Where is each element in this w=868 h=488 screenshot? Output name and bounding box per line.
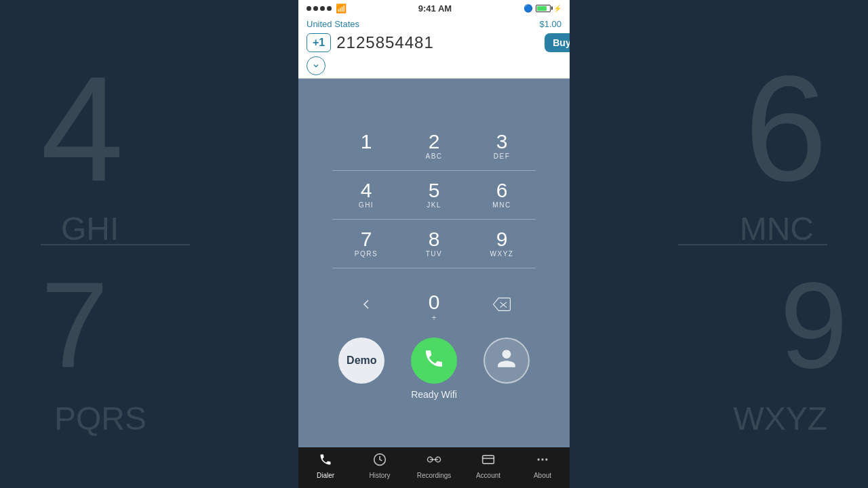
- key-4[interactable]: 4 GHI: [332, 171, 400, 220]
- key-4-number: 4: [361, 179, 372, 201]
- country-name: United States: [307, 19, 359, 29]
- tab-recordings[interactable]: Recordings: [414, 453, 454, 479]
- signal-area: 📶: [307, 3, 347, 14]
- key-1[interactable]: 1: [332, 122, 400, 171]
- wifi-icon: 📶: [336, 3, 347, 14]
- call-phone-icon: [423, 348, 445, 374]
- key-6-number: 6: [496, 179, 508, 201]
- buy-button[interactable]: Buy: [545, 33, 570, 52]
- key-0[interactable]: 0 +: [400, 282, 468, 331]
- status-time: 9:41 AM: [418, 3, 452, 14]
- key-5[interactable]: 5 JKL: [400, 171, 468, 220]
- bg-sub-wxyz: WXYZ: [733, 400, 827, 437]
- key-6[interactable]: 6 MNC: [468, 171, 536, 220]
- key-4-letters: GHI: [359, 201, 374, 211]
- bg-divider-right: [678, 244, 827, 245]
- svg-point-12: [545, 458, 547, 460]
- action-row: Demo: [312, 331, 556, 384]
- header-bottom: +1 Buy: [307, 32, 561, 54]
- bg-divider-left: [41, 244, 190, 245]
- tab-bar: Dialer History Recordings: [298, 447, 570, 488]
- key-5-letters: JKL: [427, 201, 441, 211]
- bg-sub-pqrs: PQRS: [54, 400, 146, 437]
- key-8-number: 8: [429, 228, 440, 250]
- bottom-row: 0 +: [332, 282, 536, 331]
- key-8-letters: TUV: [426, 250, 443, 260]
- account-tab-label: Account: [476, 472, 500, 479]
- history-tab-icon: [373, 453, 387, 470]
- dialer-tab-icon: [319, 453, 332, 470]
- back-arrow-icon: [358, 296, 374, 316]
- key-6-letters: MNC: [492, 201, 511, 211]
- signal-dot-2: [313, 6, 318, 11]
- bg-panel-left: 4 GHI 7 PQRS: [0, 0, 298, 488]
- contacts-person-icon: [496, 348, 517, 374]
- tab-dialer[interactable]: Dialer: [305, 453, 346, 479]
- key-1-letters: [365, 152, 368, 162]
- bluetooth-icon: 🔵: [524, 4, 533, 13]
- key-2-letters: ABC: [425, 152, 442, 162]
- dialer-tab-label: Dialer: [317, 472, 334, 479]
- bg-digit-left: 4: [41, 54, 123, 203]
- bg-digit-7: 7: [41, 264, 108, 386]
- key-2[interactable]: 2 ABC: [400, 122, 468, 171]
- key-3-letters: DEF: [494, 152, 511, 162]
- signal-dot-3: [320, 6, 325, 11]
- about-tab-icon: [536, 453, 549, 470]
- key-0-plus: +: [431, 313, 436, 323]
- svg-point-10: [538, 458, 540, 460]
- dial-grid: 1 2 ABC 3 DEF 4 GHI 5 JKL 6 MNC: [332, 122, 536, 268]
- phone-frame: 📶 9:41 AM 🔵 ⚡ United States $1.00 +1 Buy: [298, 0, 570, 488]
- chevron-row: [307, 56, 561, 75]
- svg-point-11: [541, 458, 543, 460]
- call-button[interactable]: [411, 338, 457, 384]
- ready-status: Ready Wifi: [411, 384, 457, 404]
- key-9-number: 9: [496, 228, 508, 250]
- bg-sub-left: GHI: [61, 210, 119, 247]
- tab-history[interactable]: History: [359, 453, 400, 479]
- key-8[interactable]: 8 TUV: [400, 220, 468, 268]
- recordings-tab-icon: [427, 453, 441, 470]
- key-7-letters: PQRS: [355, 250, 378, 260]
- key-3[interactable]: 3 DEF: [468, 122, 536, 171]
- svg-rect-8: [483, 455, 494, 464]
- history-tab-label: History: [369, 472, 390, 479]
- signal-dot-4: [327, 6, 332, 11]
- phone-number-input[interactable]: [336, 33, 539, 52]
- contacts-button[interactable]: [484, 338, 530, 384]
- dialpad: 1 2 ABC 3 DEF 4 GHI 5 JKL 6 MNC: [298, 79, 570, 447]
- app-header: United States $1.00 +1 Buy: [298, 16, 570, 79]
- demo-button[interactable]: Demo: [338, 338, 384, 384]
- key-1-number: 1: [361, 130, 372, 152]
- key-0-number: 0: [429, 291, 440, 313]
- key-7[interactable]: 7 PQRS: [332, 220, 400, 268]
- chevron-down-button[interactable]: [307, 56, 326, 75]
- bg-panel-right: 6 MNC 9 WXYZ: [570, 0, 868, 488]
- delete-key[interactable]: [468, 282, 536, 331]
- back-key[interactable]: [332, 282, 400, 331]
- tab-account[interactable]: Account: [468, 453, 509, 479]
- key-3-number: 3: [496, 130, 508, 152]
- header-top: United States $1.00: [307, 19, 561, 29]
- key-2-number: 2: [429, 130, 440, 152]
- delete-icon: [492, 297, 511, 315]
- battery-fill: [537, 6, 547, 11]
- charging-bolt: ⚡: [553, 5, 561, 12]
- key-9-letters: WXYZ: [490, 250, 514, 260]
- account-tab-icon: [481, 453, 495, 470]
- key-7-number: 7: [361, 228, 372, 250]
- tab-about[interactable]: About: [522, 453, 563, 479]
- credit-display: $1.00: [539, 19, 561, 29]
- about-tab-label: About: [534, 472, 551, 479]
- signal-dot-1: [307, 6, 311, 11]
- status-bar: 📶 9:41 AM 🔵 ⚡: [298, 0, 570, 16]
- key-9[interactable]: 9 WXYZ: [468, 220, 536, 268]
- battery-indicator: [536, 5, 551, 12]
- bg-digit-right: 6: [745, 54, 827, 203]
- bg-digit-9: 9: [780, 264, 848, 386]
- country-code-button[interactable]: +1: [307, 33, 331, 52]
- battery-area: 🔵 ⚡: [524, 4, 561, 13]
- bg-sub-right: MNC: [740, 210, 814, 247]
- key-5-number: 5: [429, 179, 440, 201]
- recordings-tab-label: Recordings: [417, 472, 452, 479]
